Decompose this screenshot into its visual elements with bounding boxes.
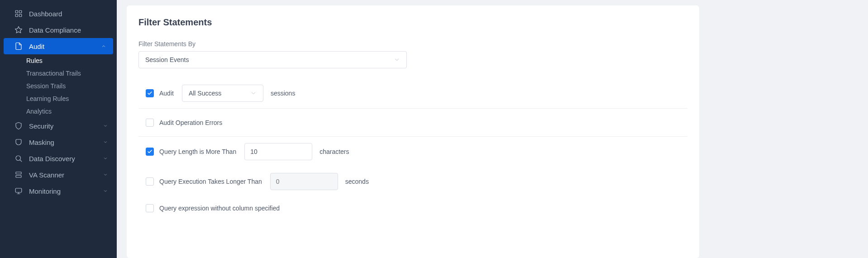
query-length-input[interactable] bbox=[244, 143, 312, 160]
rule-row-query-exec: Query Execution Takes Longer Than second… bbox=[138, 167, 687, 196]
shield-icon bbox=[14, 122, 23, 130]
sidebar-item-data-compliance[interactable]: Data Compliance bbox=[0, 22, 117, 38]
chevron-down-icon bbox=[103, 156, 108, 161]
op-errors-checkbox[interactable] bbox=[146, 119, 154, 127]
query-exec-label: Query Execution Takes Longer Than bbox=[159, 178, 262, 185]
rule-row-audit: Audit All Success sessions bbox=[138, 78, 687, 109]
svg-rect-7 bbox=[16, 172, 21, 174]
filter-statements-card: Filter Statements Filter Statements By S… bbox=[127, 5, 699, 258]
audit-suffix: sessions bbox=[271, 90, 295, 97]
svg-marker-4 bbox=[15, 27, 22, 33]
sidebar-item-security[interactable]: Security bbox=[0, 118, 117, 134]
scanner-icon bbox=[14, 171, 23, 179]
sidebar-item-masking[interactable]: Masking bbox=[0, 134, 117, 150]
sidebar-item-monitoring[interactable]: Monitoring bbox=[0, 183, 117, 199]
chevron-down-icon bbox=[103, 172, 108, 177]
monitor-icon bbox=[14, 187, 23, 195]
rule-row-query-length: Query Length is More Than characters bbox=[138, 137, 687, 167]
svg-rect-8 bbox=[16, 176, 21, 178]
svg-rect-3 bbox=[19, 14, 22, 17]
query-exec-checkbox[interactable] bbox=[146, 177, 154, 186]
sidebar-item-label: Data Discovery bbox=[29, 155, 103, 162]
svg-rect-2 bbox=[15, 14, 18, 17]
chevron-down-icon bbox=[103, 189, 108, 193]
chevron-up-icon bbox=[101, 44, 106, 48]
audit-label: Audit bbox=[159, 90, 174, 97]
chevron-down-icon bbox=[250, 90, 257, 96]
sidebar-item-label: VA Scanner bbox=[29, 171, 103, 179]
chevron-down-icon bbox=[103, 124, 108, 128]
query-expr-checkbox[interactable] bbox=[146, 204, 154, 212]
audit-select-value: All Success bbox=[189, 90, 221, 97]
sidebar-item-label: Masking bbox=[29, 139, 103, 146]
filter-by-select[interactable]: Session Events bbox=[138, 51, 407, 68]
filter-by-value: Session Events bbox=[145, 56, 189, 63]
rule-rows: Audit All Success sessions Audit Operati… bbox=[138, 78, 687, 225]
query-exec-input[interactable] bbox=[270, 173, 338, 190]
sidebar: Dashboard Data Compliance Audit Rules Tr… bbox=[0, 0, 117, 258]
rule-row-op-errors: Audit Operation Errors bbox=[138, 109, 687, 137]
mask-icon bbox=[14, 138, 23, 146]
rule-row-query-expr: Query expression without column specifie… bbox=[138, 196, 687, 225]
sidebar-sub-item-transactional-trails[interactable]: Transactional Trails bbox=[26, 67, 117, 80]
file-icon bbox=[14, 42, 23, 50]
query-length-label: Query Length is More Than bbox=[159, 148, 236, 155]
svg-rect-1 bbox=[19, 10, 22, 13]
query-length-suffix: characters bbox=[320, 148, 349, 155]
sidebar-sub-item-rules[interactable]: Rules bbox=[26, 54, 117, 67]
search-icon bbox=[14, 154, 23, 162]
sidebar-item-dashboard[interactable]: Dashboard bbox=[0, 5, 117, 22]
sidebar-sub-item-learning-rules[interactable]: Learning Rules bbox=[26, 92, 117, 105]
audit-checkbox[interactable] bbox=[146, 89, 154, 97]
sidebar-item-label: Data Compliance bbox=[29, 26, 108, 34]
sidebar-item-label: Dashboard bbox=[29, 10, 108, 18]
sidebar-item-label: Security bbox=[29, 122, 103, 130]
sidebar-item-audit[interactable]: Audit bbox=[4, 38, 113, 54]
svg-rect-9 bbox=[15, 188, 22, 192]
sidebar-sub-audit: Rules Transactional Trails Session Trail… bbox=[0, 54, 117, 118]
sidebar-item-va-scanner[interactable]: VA Scanner bbox=[0, 167, 117, 183]
svg-point-5 bbox=[16, 156, 21, 161]
sidebar-item-label: Monitoring bbox=[29, 187, 103, 195]
query-exec-suffix: seconds bbox=[345, 178, 369, 185]
sidebar-item-data-discovery[interactable]: Data Discovery bbox=[0, 150, 117, 167]
main: Filter Statements Filter Statements By S… bbox=[117, 0, 868, 258]
svg-line-6 bbox=[20, 160, 21, 161]
chevron-down-icon bbox=[103, 140, 108, 144]
sidebar-sub-item-analytics[interactable]: Analytics bbox=[26, 105, 117, 118]
star-icon bbox=[14, 26, 23, 34]
grid-icon bbox=[14, 10, 23, 18]
page-title: Filter Statements bbox=[138, 17, 687, 28]
sidebar-sub-item-session-trails[interactable]: Session Trails bbox=[26, 80, 117, 92]
chevron-down-icon bbox=[394, 57, 400, 63]
query-expr-label: Query expression without column specifie… bbox=[159, 205, 280, 212]
op-errors-label: Audit Operation Errors bbox=[159, 119, 222, 126]
audit-select[interactable]: All Success bbox=[182, 85, 263, 102]
query-length-checkbox[interactable] bbox=[146, 148, 154, 156]
filter-by-label: Filter Statements By bbox=[138, 40, 687, 48]
svg-rect-0 bbox=[15, 10, 18, 13]
sidebar-item-label: Audit bbox=[29, 43, 101, 50]
